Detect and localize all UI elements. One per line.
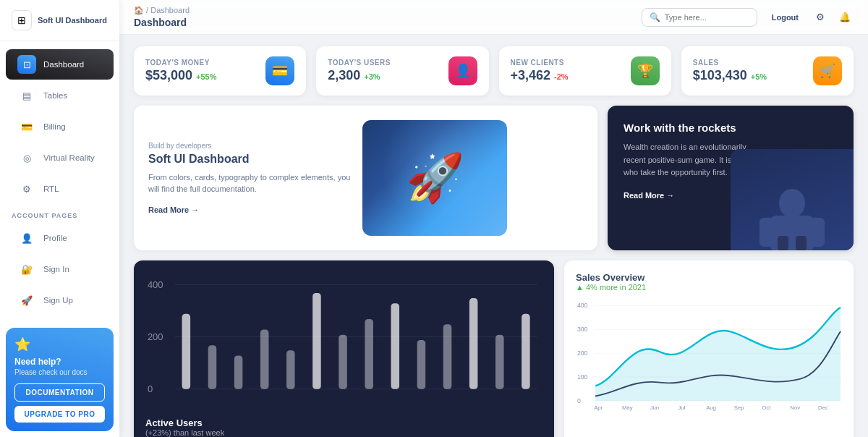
svg-rect-5 [796,236,807,250]
sidebar-item-sign-in[interactable]: 🔐Sign In [6,254,114,284]
sidebar: ⊞ Soft UI Dashboard ⊡Dashboard▤Tables💳Bi… [0,0,119,437]
sidebar-item-virtual-reality[interactable]: ◎Virtual Reality [6,143,114,173]
svg-text:200: 200 [577,349,588,357]
nav-icon: ◎ [17,148,36,167]
svg-rect-19 [365,319,373,389]
star-icon: ⭐ [14,336,105,352]
search-input[interactable] [665,13,749,22]
nav-icon: ▤ [17,86,36,105]
nav-icon: 🔐 [17,260,36,279]
documentation-button[interactable]: DOCUMENTATION [14,383,105,402]
svg-rect-12 [182,314,191,389]
stat-card-2: New Clients +3,462 -2% 🏆 [499,46,671,96]
active-users-title: Active Users [145,417,542,428]
sidebar-item-profile[interactable]: 👤Profile [6,223,114,253]
nav-label: Tables [43,91,67,100]
breadcrumb: 🏠 / Dashboard Dashboard [134,6,190,28]
promo-card: Build by developers Soft UI Dashboard Fr… [134,106,597,250]
sales-line-chart: 400 300 200 100 0 [576,297,842,413]
sales-sub: ▲ 4% more in 2021 [576,283,842,292]
svg-rect-21 [417,340,426,389]
svg-text:Oct: Oct [762,404,772,411]
svg-text:0: 0 [148,383,153,394]
stat-info: Today's Money $53,000 +55% [145,59,217,83]
sales-overview-card: Sales Overview ▲ 4% more in 2021 400 300… [564,260,854,437]
stat-change: +3% [364,72,380,81]
nav-label: Virtual Reality [43,153,95,162]
stat-change: +55% [196,72,216,81]
svg-rect-18 [339,335,347,389]
active-users-info: Active Users (+23%) than last week ● Use… [145,417,542,437]
page-title: Dashboard [134,17,190,28]
stat-label: New Clients [511,59,569,67]
notifications-icon[interactable]: 🔔 [836,9,854,25]
stat-card-3: Sales $103,430 +5% 🛒 [681,46,854,96]
svg-rect-16 [286,350,295,389]
stat-card-0: Today's Money $53,000 +55% 💳 [134,46,306,96]
sales-title: Sales Overview [576,272,842,283]
search-box[interactable]: 🔍 [642,8,757,27]
help-sub: Please check our docs [14,368,105,376]
active-users-sub: (+23%) than last week [145,428,542,437]
svg-text:100: 100 [577,373,588,381]
sidebar-item-sign-up[interactable]: 🚀Sign Up [6,285,114,315]
promo-title: Soft UI Dashboard [148,153,351,166]
breadcrumb-home: 🏠 [134,6,144,14]
stat-value: $103,430 +5% [693,68,767,83]
work-card-image [731,149,854,250]
svg-text:Nov: Nov [790,404,800,411]
nav-label: Profile [43,234,67,242]
sidebar-item-tables[interactable]: ▤Tables [6,80,114,111]
nav-label: Sign Up [43,296,73,305]
nav-label: Dashboard [43,60,84,69]
stat-value: +3,462 -2% [511,68,569,83]
svg-text:400: 400 [577,302,588,309]
content-area: Today's Money $53,000 +55% 💳 Today's Use… [119,35,868,437]
svg-rect-17 [312,293,321,389]
svg-rect-25 [522,314,530,389]
main-content: 🏠 / Dashboard Dashboard 🔍 Logout ⚙ 🔔 Tod… [119,0,868,437]
work-card: Work with the rockets Wealth creation is… [608,106,854,250]
bar-chart-wrap: 400 200 0 [145,272,542,410]
svg-text:Sep: Sep [734,404,744,411]
svg-text:Dec: Dec [818,404,828,411]
stat-info: New Clients +3,462 -2% [511,59,569,83]
upgrade-button[interactable]: UPGRADE TO PRO [14,406,105,423]
svg-text:Aug: Aug [706,404,716,411]
stat-change: +5% [751,72,767,81]
promo-desc: From colors, cards, typography to comple… [148,171,351,195]
promo-read-more[interactable]: Read More → [148,205,199,214]
bar-chart-svg: 400 200 0 [145,272,542,408]
bottom-row: 400 200 0 [134,260,854,437]
stat-icon: 💳 [265,56,294,85]
sidebar-item-rtl[interactable]: ⚙RTL [6,174,114,204]
stat-value: 2,300 +3% [328,68,391,83]
sidebar-item-billing[interactable]: 💳Billing [6,111,114,142]
logout-button[interactable]: Logout [766,10,804,25]
svg-rect-23 [469,298,478,389]
stat-info: Today's Users 2,300 +3% [328,59,391,83]
nav-icon: 🚀 [17,291,36,310]
svg-rect-13 [208,345,217,389]
sidebar-item-logout[interactable]: 🚀Logout [6,316,114,322]
work-read-more[interactable]: Read More → [624,191,674,200]
svg-rect-20 [391,303,400,389]
logo-icon: ⊞ [12,10,32,30]
svg-text:200: 200 [148,331,163,342]
help-title: Need help? [14,357,105,367]
stat-icon: 👤 [448,56,477,85]
rocket-emoji: 🚀 [406,150,464,205]
sidebar-nav: ⊡Dashboard▤Tables💳Billing◎Virtual Realit… [0,41,119,322]
stat-icon: 🏆 [631,56,660,85]
nav-label: RTL [43,184,59,193]
svg-text:0: 0 [577,397,581,404]
sidebar-item-dashboard[interactable]: ⊡Dashboard [6,49,114,80]
stat-info: Sales $103,430 +5% [693,59,767,83]
settings-icon[interactable]: ⚙ [813,9,827,25]
account-section-label: ACCOUNT PAGES [0,205,119,222]
stat-label: Today's Users [328,59,391,67]
stat-value: $53,000 +55% [145,68,217,83]
svg-text:May: May [622,404,633,411]
header: 🏠 / Dashboard Dashboard 🔍 Logout ⚙ 🔔 [119,0,868,35]
nav-icon: 👤 [17,229,36,247]
